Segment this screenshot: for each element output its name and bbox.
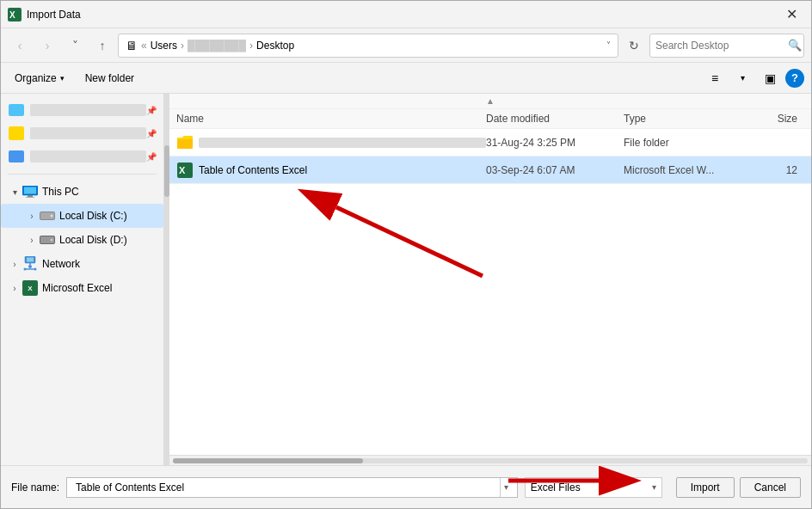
pinned-item-2[interactable]: ████████ 📌 [4, 122, 160, 144]
collapse-bar[interactable]: ▲ [169, 94, 811, 109]
path-blurred: ████████ [188, 40, 246, 52]
sidebar-scrollbar[interactable] [164, 94, 169, 465]
table-row[interactable]: 31-Aug-24 3:25 PM File folder [169, 129, 811, 156]
col-header-type[interactable]: Type [624, 113, 753, 125]
svg-point-11 [51, 239, 53, 242]
file-list: 31-Aug-24 3:25 PM File folder X Table of… [169, 129, 811, 455]
back-button[interactable]: ‹ [8, 34, 32, 58]
col-date-label: Date modified [486, 113, 550, 125]
list-view-button[interactable]: ≡ [703, 66, 727, 90]
col-size-label: Size [778, 113, 797, 125]
path-sep3: › [249, 40, 253, 52]
svg-text:X: X [9, 10, 15, 20]
sidebar-item-network[interactable]: › Network [1, 252, 163, 276]
local-d-icon [39, 231, 56, 248]
file-name-label: File name: [11, 481, 59, 494]
horizontal-scrollbar[interactable] [169, 455, 811, 465]
pinned-item-1[interactable]: ████████ 📌 [4, 99, 160, 121]
col-name-label: Name [176, 113, 204, 125]
organize-button[interactable]: Organize ▾ [8, 66, 71, 90]
refresh-button[interactable]: ↻ [622, 34, 646, 58]
toolbar: Organize ▾ New folder ≡ ▾ ▣ ? [1, 63, 811, 94]
excel-file-name: Table of Contents Excel [199, 164, 486, 176]
bottom-bar: File name: ▾ Excel Files ▾ Import Cancel [1, 465, 811, 508]
new-folder-label: New folder [85, 72, 134, 84]
app-icon: X [8, 8, 22, 21]
main-area: ████████ 📌 ████████ 📌 ███████ 📌 [1, 94, 811, 465]
pinned-icon-2 [8, 125, 25, 142]
import-button[interactable]: Import [676, 477, 735, 498]
search-box[interactable]: 🔍 [649, 34, 804, 58]
file-name-input-wrapper[interactable]: ▾ [66, 477, 518, 498]
toolbar-right: ≡ ▾ ▣ ? [703, 66, 804, 90]
col-header-date[interactable]: Date modified [486, 113, 624, 125]
scrollbar-thumb [173, 458, 363, 463]
filter-dropdown-icon: ▾ [652, 482, 656, 492]
organize-label: Organize [15, 72, 57, 84]
pinned-icon-3 [8, 148, 25, 165]
collapse-arrow: ▲ [486, 96, 495, 106]
svg-rect-3 [24, 187, 36, 194]
forward-button[interactable]: › [35, 34, 59, 58]
col-header-name[interactable]: Name [176, 113, 486, 125]
address-path[interactable]: 🖥 « Users › ████████ › Desktop ˅ [118, 34, 618, 58]
network-label: Network [42, 258, 157, 270]
file-type-filter[interactable]: Excel Files ▾ [525, 477, 662, 498]
table-row[interactable]: X Table of Contents Excel 03-Sep-24 6:07… [169, 156, 811, 184]
path-dropdown-arrow[interactable]: ˅ [606, 40, 611, 50]
this-pc-label: This PC [42, 186, 157, 198]
file-list-header: Name Date modified Type Size [169, 109, 811, 129]
cancel-button[interactable]: Cancel [740, 477, 801, 498]
excel-sidebar-icon: X [22, 279, 39, 297]
svg-point-14 [28, 265, 32, 268]
help-button[interactable]: ? [785, 69, 804, 88]
import-dialog: X Import Data ✕ ‹ › ˅ ↑ 🖥 « Users › ████… [0, 0, 812, 509]
dialog-title: Import Data [27, 9, 772, 21]
svg-point-8 [51, 215, 53, 218]
file-name-dropdown-btn[interactable]: ▾ [500, 478, 512, 497]
svg-point-18 [34, 268, 37, 271]
sidebar-pinned: ████████ 📌 ████████ 📌 ███████ 📌 [1, 97, 163, 170]
expand-excel: › [8, 284, 22, 293]
sidebar-separator [8, 174, 157, 175]
excel-file-date: 03-Sep-24 6:07 AM [486, 164, 624, 176]
file-area: ▲ Name Date modified Type Size [169, 94, 811, 465]
local-c-icon [39, 207, 56, 224]
pin-icon-1: 📌 [146, 106, 157, 115]
svg-rect-5 [26, 197, 34, 198]
path-sep2: › [181, 40, 184, 52]
folder-icon [176, 134, 194, 151]
svg-rect-4 [28, 195, 33, 197]
file-name-input[interactable] [72, 481, 500, 494]
col-header-size[interactable]: Size [753, 113, 804, 125]
path-sep1: « [141, 40, 147, 52]
sidebar-item-local-d[interactable]: › Local Disk (D:) [1, 228, 163, 252]
excel-file-type: Microsoft Excel W... [624, 164, 753, 176]
pinned-label-3: ███████ [30, 150, 146, 163]
expand-network: › [8, 260, 22, 269]
sidebar-tree: ▾ This PC › [1, 178, 163, 302]
expand-this-pc: ▾ [8, 187, 22, 197]
expand-local-c: › [25, 212, 39, 221]
sidebar-item-local-c[interactable]: › Local Disk (C:) [1, 204, 163, 228]
col-type-label: Type [624, 113, 646, 125]
expand-local-d: › [25, 236, 39, 245]
close-button[interactable]: ✕ [772, 1, 811, 28]
svg-text:X: X [179, 165, 186, 175]
file-date-1: 31-Aug-24 3:25 PM [486, 137, 624, 149]
local-c-label: Local Disk (C:) [59, 210, 157, 222]
action-buttons: Import Cancel [676, 477, 801, 498]
excel-file-icon: X [176, 162, 194, 179]
local-d-label: Local Disk (D:) [59, 234, 157, 246]
new-folder-button[interactable]: New folder [78, 66, 141, 90]
dropdown-recent-button[interactable]: ˅ [63, 34, 87, 58]
pane-button[interactable]: ▣ [758, 66, 782, 90]
svg-rect-19 [177, 139, 193, 149]
search-input[interactable] [655, 40, 784, 52]
sidebar-item-this-pc[interactable]: ▾ This PC [1, 180, 163, 204]
up-button[interactable]: ↑ [90, 34, 114, 58]
sidebar-item-excel[interactable]: › X Microsoft Excel [1, 276, 163, 300]
view-dropdown-button[interactable]: ▾ [730, 66, 754, 90]
pinned-item-3[interactable]: ███████ 📌 [4, 145, 160, 168]
blurred-file-name [199, 138, 486, 148]
